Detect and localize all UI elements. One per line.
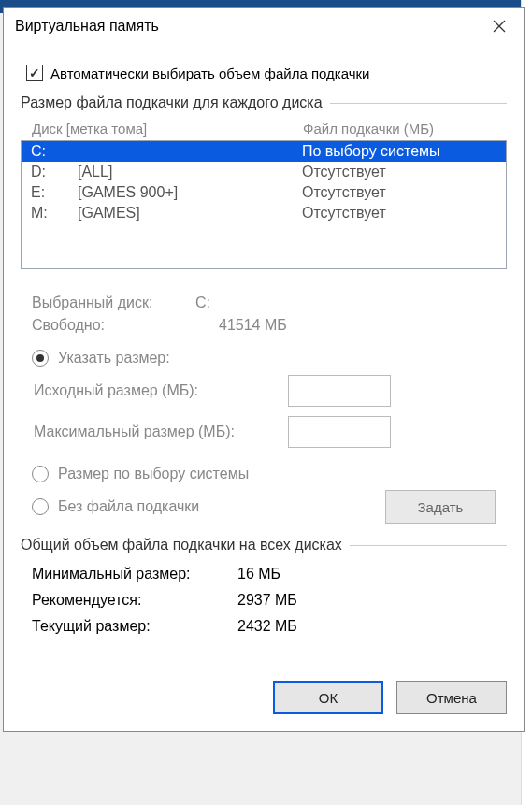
radio-custom-size-label: Указать размер: <box>58 350 170 367</box>
recommended-size-value: 2937 МБ <box>237 592 507 609</box>
close-icon <box>493 20 506 33</box>
ok-button[interactable]: ОК <box>273 681 383 714</box>
list-item[interactable]: C: По выбору системы <box>22 141 506 162</box>
column-header-drive: Диск [метка тома] <box>32 121 303 137</box>
radio-no-paging-file[interactable] <box>32 498 49 515</box>
auto-manage-checkbox[interactable] <box>26 65 43 81</box>
initial-size-label: Исходный размер (МБ): <box>34 382 288 399</box>
current-size-label: Текущий размер: <box>32 618 237 635</box>
cancel-button[interactable]: Отмена <box>396 681 507 714</box>
radio-system-managed[interactable] <box>32 466 49 482</box>
minimum-size-label: Минимальный размер: <box>32 566 237 582</box>
group-total-paging-file: Общий объем файла подкачки на всех диска… <box>21 537 507 553</box>
close-button[interactable] <box>481 12 518 40</box>
radio-no-paging-file-label: Без файла подкачки <box>58 498 199 515</box>
set-button[interactable]: Задать <box>385 490 496 524</box>
list-item[interactable]: E: [GAMES 900+] Отсутствует <box>22 182 506 203</box>
recommended-size-label: Рекомендуется: <box>32 592 237 609</box>
titlebar: Виртуальная память <box>4 8 524 44</box>
maximum-size-input[interactable] <box>288 416 391 448</box>
free-space-value: 41514 МБ <box>219 317 496 334</box>
minimum-size-value: 16 МБ <box>237 566 507 582</box>
auto-manage-label: Автоматически выбирать объем файла подка… <box>50 65 369 81</box>
selected-drive-label: Выбранный диск: <box>32 295 219 311</box>
dialog-title: Виртуальная память <box>15 18 159 35</box>
maximum-size-label: Максимальный размер (МБ): <box>34 424 288 440</box>
drives-listbox[interactable]: C: По выбору системы D: [ALL] Отсутствуе… <box>21 140 507 269</box>
radio-custom-size[interactable] <box>32 350 49 367</box>
list-item[interactable]: D: [ALL] Отсутствует <box>22 162 506 182</box>
column-header-pagefile: Файл подкачки (МБ) <box>303 121 434 137</box>
radio-system-managed-label: Размер по выбору системы <box>58 466 249 482</box>
group-paging-file-size: Размер файла подкачки для каждого диска <box>21 94 507 111</box>
initial-size-input[interactable] <box>288 375 391 407</box>
free-space-label: Свободно: <box>32 317 219 334</box>
list-item[interactable]: M: [GAMES] Отсутствует <box>22 203 506 223</box>
selected-drive-value: C: <box>195 295 496 311</box>
current-size-value: 2432 МБ <box>237 618 507 635</box>
virtual-memory-dialog: Виртуальная память Автоматически выбират… <box>3 7 525 732</box>
